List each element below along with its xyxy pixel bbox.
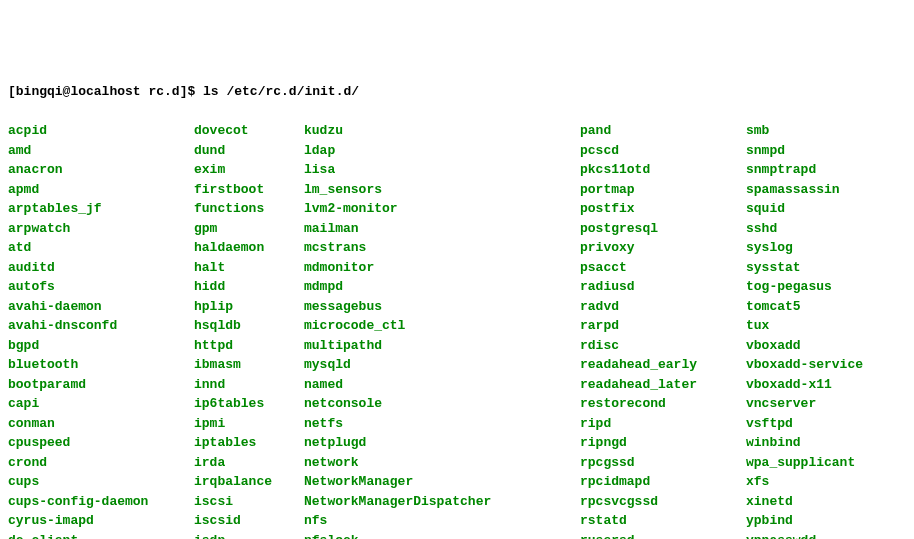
file-entry: bgpd [8,336,194,356]
file-entry: acpid [8,121,194,141]
file-entry: ypbind [746,511,863,531]
file-entry: postfix [580,199,746,219]
file-entry: smb [746,121,863,141]
file-entry: tomcat5 [746,297,863,317]
file-entry: functions [194,199,304,219]
file-entry: iscsid [194,511,304,531]
file-entry: firstboot [194,180,304,200]
file-entry: lm_sensors [304,180,580,200]
file-entry: sysstat [746,258,863,278]
file-entry: syslog [746,238,863,258]
file-entry: psacct [580,258,746,278]
file-entry: cyrus-imapd [8,511,194,531]
file-entry: readahead_early [580,355,746,375]
file-entry: mysqld [304,355,580,375]
file-entry: hplip [194,297,304,317]
file-entry: innd [194,375,304,395]
file-entry: bluetooth [8,355,194,375]
file-entry: bootparamd [8,375,194,395]
listing-column-3: kudzuldaplisalm_sensorslvm2-monitormailm… [304,121,580,539]
listing-column-1: acpidamdanacronapmdarptables_jfarpwatcha… [8,121,194,539]
file-entry: auditd [8,258,194,278]
file-entry: dovecot [194,121,304,141]
file-entry: vboxadd [746,336,863,356]
file-entry: vncserver [746,394,863,414]
file-entry: arpwatch [8,219,194,239]
file-entry: cpuspeed [8,433,194,453]
file-entry: rpcgssd [580,453,746,473]
file-entry: xinetd [746,492,863,512]
file-entry: snmpd [746,141,863,161]
file-entry: capi [8,394,194,414]
file-entry: vsftpd [746,414,863,434]
file-entry: NetworkManagerDispatcher [304,492,580,512]
file-entry: vboxadd-x11 [746,375,863,395]
file-entry: avahi-daemon [8,297,194,317]
file-entry: mcstrans [304,238,580,258]
listing-column-2: dovecotdundeximfirstbootfunctionsgpmhald… [194,121,304,539]
file-entry: exim [194,160,304,180]
file-entry: squid [746,199,863,219]
file-entry: winbind [746,433,863,453]
file-entry: vboxadd-service [746,355,863,375]
file-entry: mdmpd [304,277,580,297]
file-entry: network [304,453,580,473]
file-entry: spamassassin [746,180,863,200]
file-entry: lisa [304,160,580,180]
file-entry: ripngd [580,433,746,453]
file-entry: isdn [194,531,304,540]
file-entry: gpm [194,219,304,239]
file-entry: lvm2-monitor [304,199,580,219]
file-entry: xfs [746,472,863,492]
file-entry: halt [194,258,304,278]
file-entry: rpcsvcgssd [580,492,746,512]
file-entry: netconsole [304,394,580,414]
file-entry: named [304,375,580,395]
file-entry: amd [8,141,194,161]
file-entry: hsqldb [194,316,304,336]
file-entry: cups-config-daemon [8,492,194,512]
file-entry: dund [194,141,304,161]
file-entry: restorecond [580,394,746,414]
file-entry: NetworkManager [304,472,580,492]
file-entry: ripd [580,414,746,434]
file-entry: arptables_jf [8,199,194,219]
file-entry: dc_client [8,531,194,540]
file-entry: rpcidmapd [580,472,746,492]
file-entry: kudzu [304,121,580,141]
file-entry: iptables [194,433,304,453]
file-entry: nfslock [304,531,580,540]
file-entry: tog-pegasus [746,277,863,297]
file-entry: cups [8,472,194,492]
file-entry: iscsi [194,492,304,512]
file-entry: conman [8,414,194,434]
file-entry: yppasswdd [746,531,863,540]
file-entry: postgresql [580,219,746,239]
file-entry: mailman [304,219,580,239]
file-entry: pand [580,121,746,141]
file-entry: radiusd [580,277,746,297]
file-entry: netplugd [304,433,580,453]
file-entry: radvd [580,297,746,317]
file-entry: crond [8,453,194,473]
file-entry: netfs [304,414,580,434]
file-entry: atd [8,238,194,258]
file-entry: apmd [8,180,194,200]
file-entry: ipmi [194,414,304,434]
file-entry: rstatd [580,511,746,531]
file-entry: rdisc [580,336,746,356]
file-entry: autofs [8,277,194,297]
file-entry: tux [746,316,863,336]
file-entry: portmap [580,180,746,200]
file-entry: readahead_later [580,375,746,395]
file-entry: rarpd [580,316,746,336]
file-entry: wpa_supplicant [746,453,863,473]
listing-column-4: pandpcscdpkcs11otdportmappostfixpostgres… [580,121,746,539]
file-entry: irqbalance [194,472,304,492]
file-entry: haldaemon [194,238,304,258]
file-entry: avahi-dnsconfd [8,316,194,336]
file-entry: sshd [746,219,863,239]
file-entry: microcode_ctl [304,316,580,336]
file-entry: ibmasm [194,355,304,375]
file-entry: nfs [304,511,580,531]
